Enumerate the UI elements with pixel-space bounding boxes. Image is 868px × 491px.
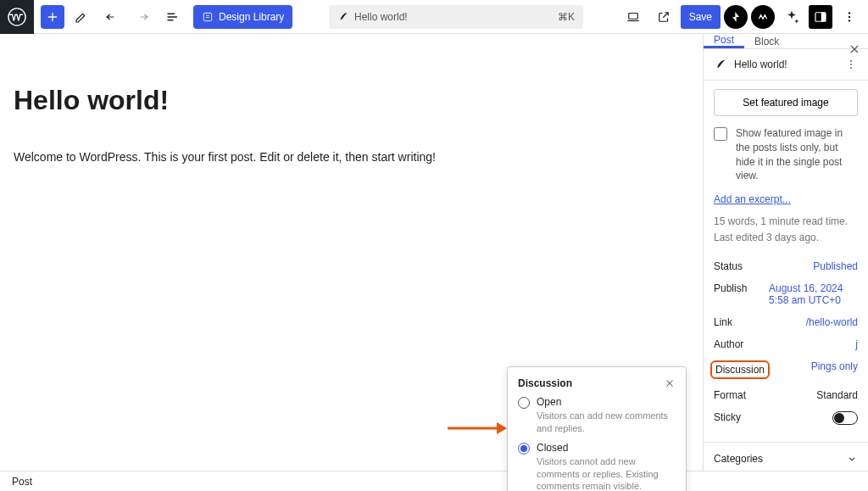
edit-tool-button[interactable] (68, 3, 95, 31)
editor-footer: Post (0, 471, 868, 491)
section-categories[interactable]: Categories (704, 443, 868, 471)
document-overview-button[interactable] (159, 3, 186, 31)
checkbox-input[interactable] (714, 127, 727, 141)
toolbar-left-group: Design Library (34, 3, 292, 31)
popover-title: Discussion (518, 377, 572, 389)
svg-point-10 (850, 60, 852, 62)
kebab-icon (844, 58, 858, 71)
svg-marker-9 (497, 422, 507, 434)
toolbar-right-group: Save (620, 3, 868, 31)
post-paragraph[interactable]: Welcome to WordPress. This is your first… (14, 150, 689, 164)
sidebar-document-header: Hello world! (704, 49, 868, 81)
svg-point-12 (850, 67, 852, 69)
row-sticky: Sticky (714, 406, 858, 430)
plus-icon (46, 10, 59, 24)
wave-icon (757, 11, 769, 23)
options-menu-button[interactable] (836, 3, 863, 31)
feather-icon (337, 11, 349, 23)
featured-image-hint-checkbox[interactable]: Show featured image in the posts lists o… (714, 126, 858, 183)
popover-close-button[interactable] (664, 377, 676, 389)
svg-point-11 (850, 64, 852, 65)
option-closed-desc: Visitors cannot add new comments or repl… (537, 455, 676, 491)
row-author[interactable]: Authorj (714, 333, 858, 355)
undo-icon (104, 9, 120, 25)
close-icon (664, 377, 676, 389)
jetpack-button[interactable] (724, 5, 748, 29)
view-device-button[interactable] (620, 3, 647, 31)
row-publish[interactable]: PublishAugust 16, 2024 5:58 am UTC+0 (714, 277, 858, 311)
command-shortcut: ⌘K (558, 11, 575, 23)
ai-button[interactable] (778, 3, 805, 31)
featured-image-hint-label: Show featured image in the posts lists o… (736, 126, 858, 183)
svg-point-5 (849, 12, 850, 14)
kebab-icon (842, 9, 857, 25)
row-format[interactable]: FormatStandard (714, 384, 858, 406)
save-label: Save (689, 11, 712, 23)
meta-last-edited: Last edited 3 days ago. (714, 230, 858, 246)
svg-rect-1 (203, 13, 211, 20)
wordpress-icon (8, 8, 26, 26)
add-block-button[interactable] (41, 5, 64, 29)
svg-point-6 (849, 15, 850, 17)
yoast-button[interactable] (751, 5, 775, 29)
laptop-icon (626, 9, 641, 25)
set-featured-image-button[interactable]: Set featured image (714, 89, 858, 116)
svg-rect-4 (821, 12, 826, 21)
svg-rect-2 (628, 13, 637, 19)
editor-canvas[interactable]: Hello world! Welcome to WordPress. This … (0, 34, 703, 471)
row-link[interactable]: Link/hello-world (714, 311, 858, 333)
design-library-icon (202, 11, 214, 23)
design-library-button[interactable]: Design Library (193, 5, 292, 29)
radio-unselected-icon (518, 397, 530, 409)
sidebar-close-button[interactable] (848, 42, 861, 56)
svg-point-0 (8, 8, 25, 25)
meta-wordcount: 15 words, 1 minute read time. (714, 214, 858, 230)
document-title-bar[interactable]: Hello world! ⌘K (329, 5, 583, 29)
discussion-popover: Discussion Open Visitors can add new com… (507, 366, 687, 491)
settings-sidebar: Post Block Hello world! Set featured ima… (703, 34, 868, 471)
save-button[interactable]: Save (681, 5, 721, 29)
discussion-option-open[interactable]: Open Visitors can add new comments and r… (518, 396, 676, 435)
close-icon (848, 42, 861, 56)
tab-block[interactable]: Block (744, 34, 789, 48)
sidebar-document-title: Hello world! (734, 59, 787, 70)
option-open-label: Open (537, 396, 676, 408)
option-open-desc: Visitors can add new comments and replie… (537, 410, 676, 435)
wordpress-logo[interactable] (0, 0, 34, 34)
tab-post[interactable]: Post (704, 34, 744, 48)
external-icon (656, 9, 671, 25)
list-icon (165, 9, 181, 25)
option-closed-label: Closed (537, 442, 676, 454)
panel-icon (813, 9, 828, 25)
row-status[interactable]: StatusPublished (714, 255, 858, 277)
document-actions-button[interactable] (844, 58, 858, 71)
sidebar-tabs: Post Block (704, 34, 868, 49)
sticky-toggle[interactable] (832, 411, 858, 425)
annotation-arrow (448, 420, 507, 437)
top-toolbar: Design Library Hello world! ⌘K Save (0, 0, 868, 34)
svg-point-7 (849, 20, 850, 21)
undo-button[interactable] (98, 3, 125, 31)
feather-icon (714, 58, 727, 71)
settings-sidebar-toggle[interactable] (809, 5, 832, 29)
footer-breadcrumb[interactable]: Post (12, 476, 32, 488)
external-link-button[interactable] (650, 3, 677, 31)
design-library-label: Design Library (219, 11, 284, 23)
redo-button[interactable] (129, 3, 156, 31)
redo-icon (135, 9, 150, 25)
chevron-down-icon (846, 453, 858, 465)
sparkle-icon (783, 8, 800, 25)
document-title-text: Hello world! (354, 11, 408, 23)
post-title[interactable]: Hello world! (14, 85, 689, 116)
add-excerpt-link[interactable]: Add an excerpt... (714, 193, 791, 205)
row-discussion[interactable]: DiscussionPings only (714, 355, 858, 384)
pencil-icon (74, 9, 89, 25)
bolt-icon (729, 10, 743, 24)
discussion-option-closed[interactable]: Closed Visitors cannot add new comments … (518, 442, 676, 491)
radio-selected-icon (518, 443, 530, 455)
